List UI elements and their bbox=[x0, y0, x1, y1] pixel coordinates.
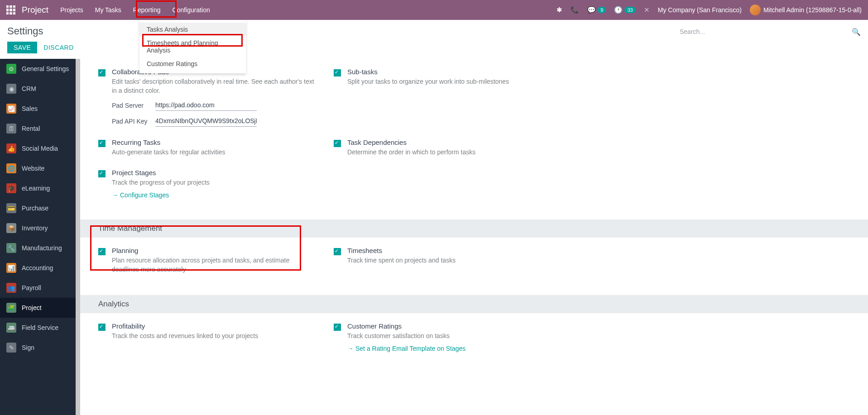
sidebar-icon: ⚙ bbox=[6, 64, 16, 74]
setting-timesheets: Timesheets Track time spent on projects … bbox=[334, 247, 551, 274]
sidebar-item-inventory[interactable]: 📦Inventory bbox=[0, 218, 80, 238]
label-pad-api: Pad API Key bbox=[112, 118, 155, 125]
sidebar-item-label: Inventory bbox=[22, 224, 48, 232]
activity-badge: 33 bbox=[624, 7, 635, 13]
top-nav: Project Projects My Tasks Reporting Conf… bbox=[0, 0, 868, 20]
sidebar-item-purchase[interactable]: 💳Purchase bbox=[0, 198, 80, 218]
checkbox-ratings[interactable] bbox=[334, 324, 341, 331]
nav-configuration[interactable]: Configuration bbox=[173, 6, 210, 14]
reporting-dropdown: Tasks Analysis Timesheets and Planning A… bbox=[139, 20, 246, 73]
label-timesheets: Timesheets bbox=[347, 247, 551, 254]
checkbox-task-deps[interactable] bbox=[334, 140, 341, 147]
user-menu[interactable]: Mitchell Admin (12598867-15-0-all) bbox=[750, 5, 862, 15]
link-configure-stages[interactable]: →Configure Stages bbox=[112, 191, 169, 199]
setting-ratings: Customer Ratings Track customer satisfac… bbox=[334, 322, 551, 353]
nav-my-tasks[interactable]: My Tasks bbox=[95, 6, 121, 14]
save-button[interactable]: SAVE bbox=[7, 42, 37, 53]
checkbox-profitability[interactable] bbox=[98, 324, 106, 331]
discard-button[interactable]: DISCARD bbox=[43, 44, 74, 51]
brand[interactable]: Project bbox=[22, 5, 48, 15]
label-planning: Planning bbox=[112, 247, 316, 254]
sidebar-icon: 👥 bbox=[6, 283, 16, 293]
sidebar-item-label: Sign bbox=[22, 344, 34, 351]
sidebar-item-label: Sales bbox=[22, 105, 38, 112]
sidebar-icon: ✎ bbox=[6, 343, 16, 353]
action-row: SAVE DISCARD bbox=[7, 42, 861, 53]
desc-planning: Plan resource allocation across projets … bbox=[112, 256, 316, 274]
checkbox-planning[interactable] bbox=[98, 248, 106, 255]
settings-main[interactable]: Collaborative Pads Edit tasks' descripti… bbox=[80, 59, 868, 415]
sidebar-item-accounting[interactable]: 📊Accounting bbox=[0, 258, 80, 278]
sidebar-item-general-settings[interactable]: ⚙General Settings bbox=[0, 59, 80, 79]
input-pad-server[interactable] bbox=[155, 100, 257, 111]
chat-icon[interactable]: 💬9 bbox=[587, 6, 606, 14]
sidebar-item-field-service[interactable]: 🚐Field Service bbox=[0, 318, 80, 338]
sidebar-icon: 🗓 bbox=[6, 124, 16, 134]
sidebar-item-rental[interactable]: 🗓Rental bbox=[0, 119, 80, 138]
sidebar-item-payroll[interactable]: 👥Payroll bbox=[0, 278, 80, 298]
sidebar-item-label: Rental bbox=[22, 125, 40, 132]
sidebar-icon: 📦 bbox=[6, 223, 16, 233]
search-icon[interactable]: 🔍 bbox=[852, 28, 861, 36]
sidebar-item-sales[interactable]: 📈Sales bbox=[0, 99, 80, 119]
sidebar-item-project[interactable]: 🧩Project bbox=[0, 298, 80, 318]
link-rating-template[interactable]: →Set a Rating Email Template on Stages bbox=[347, 345, 465, 352]
checkbox-stages[interactable] bbox=[98, 170, 106, 177]
checkbox-recurring[interactable] bbox=[98, 140, 106, 147]
sidebar-icon: 👍 bbox=[6, 143, 16, 153]
desc-profitability: Track the costs and revenues linked to y… bbox=[112, 332, 316, 341]
setting-planning: Planning Plan resource allocation across… bbox=[98, 247, 316, 274]
sidebar-icon: 🚐 bbox=[6, 323, 16, 333]
label-recurring: Recurring Tasks bbox=[112, 138, 316, 146]
setting-task-deps: Task Dependencies Determine the order in… bbox=[334, 138, 551, 157]
sidebar-item-label: General Settings bbox=[22, 65, 69, 72]
nav-projects[interactable]: Projects bbox=[60, 6, 83, 14]
user-name: Mitchell Admin (12598867-15-0-all) bbox=[763, 6, 862, 14]
desc-stages: Track the progress of your projects bbox=[112, 178, 316, 187]
sidebar-item-social-media[interactable]: 👍Social Media bbox=[0, 138, 80, 158]
dropdown-tasks-analysis[interactable]: Tasks Analysis bbox=[139, 23, 246, 36]
sidebar-item-website[interactable]: 🌐Website bbox=[0, 158, 80, 178]
checkbox-timesheets[interactable] bbox=[334, 248, 341, 255]
debug-icon[interactable]: ✱ bbox=[556, 6, 562, 14]
sidebar-item-crm[interactable]: ◉CRM bbox=[0, 79, 80, 99]
label-profitability: Profitability bbox=[112, 322, 316, 330]
sidebar-item-label: Purchase bbox=[22, 205, 48, 212]
search-input[interactable] bbox=[680, 26, 852, 38]
section-time-management: Time Management bbox=[80, 219, 868, 238]
dropdown-customer-ratings[interactable]: Customer Ratings bbox=[139, 57, 246, 71]
label-subtasks: Sub-tasks bbox=[347, 68, 551, 76]
sidebar-icon: ◉ bbox=[6, 84, 16, 94]
setting-stages: Project Stages Track the progress of you… bbox=[98, 169, 316, 199]
sidebar-item-label: eLearning bbox=[22, 185, 50, 192]
chat-badge: 9 bbox=[598, 7, 606, 13]
sidebar-item-label: Social Media bbox=[22, 145, 58, 152]
topnav-right: ✱ 📞 💬9 🕐33 ✕ My Company (San Francisco) … bbox=[556, 5, 862, 15]
apps-icon[interactable] bbox=[6, 5, 15, 14]
section-analytics: Analytics bbox=[80, 295, 868, 313]
sidebar-icon: 🎓 bbox=[6, 183, 16, 193]
sidebar-icon: 🌐 bbox=[6, 163, 16, 173]
nav-reporting[interactable]: Reporting bbox=[133, 6, 161, 14]
setting-subtasks: Sub-tasks Split your tasks to organize y… bbox=[334, 68, 551, 127]
dropdown-timesheets-planning[interactable]: Timesheets and Planning Analysis bbox=[139, 36, 246, 57]
arrow-icon: → bbox=[112, 191, 118, 199]
label-stages: Project Stages bbox=[112, 169, 316, 176]
setting-recurring: Recurring Tasks Auto-generate tasks for … bbox=[98, 138, 316, 157]
sidebar-item-label: Accounting bbox=[22, 264, 53, 272]
sidebar-item-label: Project bbox=[22, 304, 42, 311]
close-icon[interactable]: ✕ bbox=[644, 6, 650, 14]
checkbox-subtasks[interactable] bbox=[334, 69, 341, 76]
checkbox-collaborative-pads[interactable] bbox=[98, 69, 106, 76]
sidebar-icon: 📈 bbox=[6, 104, 16, 114]
company-selector[interactable]: My Company (San Francisco) bbox=[658, 6, 742, 14]
sidebar-item-elearning[interactable]: 🎓eLearning bbox=[0, 178, 80, 198]
input-pad-api[interactable] bbox=[155, 115, 257, 127]
phone-icon[interactable]: 📞 bbox=[571, 6, 579, 14]
activity-icon[interactable]: 🕐33 bbox=[614, 6, 635, 14]
sidebar-item-label: Manufacturing bbox=[22, 244, 62, 252]
setting-profitability: Profitability Track the costs and revenu… bbox=[98, 322, 316, 353]
arrow-icon: → bbox=[347, 345, 354, 352]
sidebar-item-manufacturing[interactable]: 🔧Manufacturing bbox=[0, 238, 80, 258]
sidebar-item-sign[interactable]: ✎Sign bbox=[0, 338, 80, 358]
